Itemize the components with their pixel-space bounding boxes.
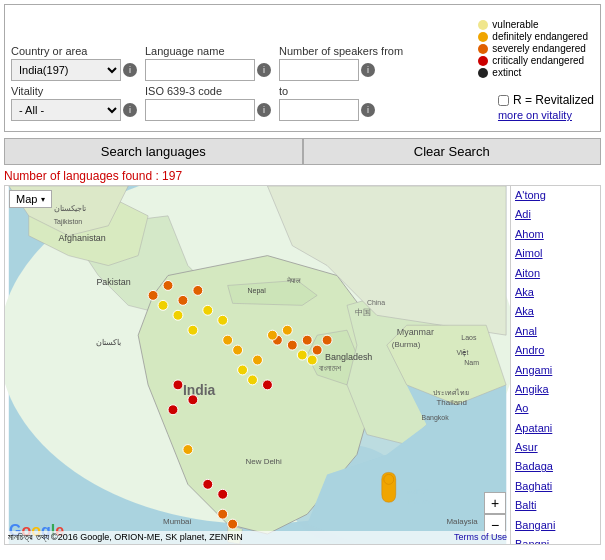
main-content: Afghanistan Pakistan تاجیکستان Tajikisto…: [4, 185, 601, 545]
clear-search-button[interactable]: Clear Search: [303, 138, 602, 165]
map-credit: মানচিত্র তথ্য ©2016 Google, ORION-ME, SK…: [8, 532, 243, 543]
svg-point-75: [238, 365, 248, 375]
legend-label: critically endangered: [492, 55, 584, 66]
iso-input[interactable]: [145, 99, 255, 121]
search-tools-panel: Country or area India(197) i Language na…: [4, 4, 601, 132]
legend-item: severely endangered: [478, 43, 588, 54]
language-list-item[interactable]: Aiton: [511, 264, 600, 283]
svg-point-77: [267, 330, 277, 340]
language-list-item[interactable]: Bangani: [511, 516, 600, 535]
search-languages-button[interactable]: Search languages: [4, 138, 303, 165]
language-list-item[interactable]: Angika: [511, 380, 600, 399]
legend-item: critically endangered: [478, 55, 588, 66]
speakers-to-info-icon[interactable]: i: [361, 103, 375, 117]
svg-text:Gulf of: Gulf of: [407, 488, 428, 495]
language-list-item[interactable]: Andro: [511, 341, 600, 360]
legend-item: vulnerable: [478, 19, 588, 30]
language-list-item[interactable]: Aka: [511, 302, 600, 321]
language-list-item[interactable]: Aimol: [511, 244, 600, 263]
legend-label: definitely endangered: [492, 31, 588, 42]
iso-info-icon[interactable]: i: [257, 103, 271, 117]
speakers-from-group: Number of speakers from i: [279, 45, 403, 81]
country-select[interactable]: India(197): [11, 59, 121, 81]
speakers-to-input[interactable]: [279, 99, 359, 121]
svg-point-52: [218, 489, 228, 499]
svg-point-70: [218, 315, 228, 325]
legend-dot: [478, 32, 488, 42]
svg-point-67: [158, 300, 168, 310]
svg-text:Laos: Laos: [461, 334, 477, 341]
vitality-group: Vitality - All - i: [11, 85, 137, 121]
map-type-label: Map: [16, 193, 37, 205]
svg-point-65: [228, 519, 238, 529]
svg-text:China: China: [367, 299, 385, 306]
language-name-group: Language name i: [145, 45, 271, 81]
legend-dot: [478, 44, 488, 54]
svg-point-73: [307, 355, 317, 365]
svg-point-72: [297, 350, 307, 360]
svg-text:नेपाल: नेपाल: [286, 276, 301, 284]
svg-point-82: [384, 474, 394, 484]
svg-point-50: [168, 405, 178, 415]
language-list-item[interactable]: Anal: [511, 322, 600, 341]
language-name-info-icon[interactable]: i: [257, 63, 271, 77]
search-buttons-row: Search languages Clear Search: [4, 138, 601, 165]
language-list-item[interactable]: Ao: [511, 399, 600, 418]
map-type-arrow-icon: ▾: [41, 195, 45, 204]
language-list: A'tongAdiAhomAimolAitonAkaAkaAnalAndroAn…: [511, 185, 601, 545]
svg-text:New Delhi: New Delhi: [246, 457, 282, 466]
svg-point-51: [203, 479, 213, 489]
zoom-in-button[interactable]: +: [484, 492, 506, 514]
language-list-item[interactable]: Ahom: [511, 225, 600, 244]
language-list-item[interactable]: Angami: [511, 361, 600, 380]
svg-text:Tajikiston: Tajikiston: [54, 218, 83, 226]
svg-text:Thailand: Thailand: [407, 498, 434, 505]
speakers-from-info-icon[interactable]: i: [361, 63, 375, 77]
language-name-label: Language name: [145, 45, 271, 57]
country-info-icon[interactable]: i: [123, 63, 137, 77]
language-list-item[interactable]: Balti: [511, 496, 600, 515]
svg-point-79: [223, 335, 233, 345]
vitality-info-icon[interactable]: i: [123, 103, 137, 117]
language-list-item[interactable]: Badaga: [511, 457, 600, 476]
map-container: Afghanistan Pakistan تاجیکستان Tajikisto…: [4, 185, 511, 545]
vitality-label: Vitality: [11, 85, 137, 97]
language-list-item[interactable]: Apatani: [511, 419, 600, 438]
country-group: Country or area India(197) i: [11, 45, 137, 81]
revitalized-checkbox[interactable]: [498, 95, 509, 106]
svg-point-74: [248, 375, 258, 385]
svg-point-57: [163, 280, 173, 290]
legend-panel: vulnerabledefinitely endangeredseverely …: [472, 17, 594, 81]
svg-text:Việt: Việt: [456, 349, 468, 357]
map-type-button[interactable]: Map ▾: [9, 190, 52, 208]
svg-point-76: [282, 325, 292, 335]
language-list-item[interactable]: Bangni: [511, 535, 600, 545]
svg-text:Nam: Nam: [464, 359, 479, 366]
speakers-from-input[interactable]: [279, 59, 359, 81]
svg-point-66: [218, 509, 228, 519]
svg-text:تاجیکستان: تاجیکستان: [54, 204, 86, 213]
svg-point-71: [188, 325, 198, 335]
language-list-item[interactable]: A'tong: [511, 186, 600, 205]
language-list-item[interactable]: Adi: [511, 205, 600, 224]
svg-point-55: [262, 380, 272, 390]
terms-of-use-link[interactable]: Terms of Use: [454, 532, 507, 543]
svg-text:Bangkok: Bangkok: [422, 414, 450, 422]
language-name-input[interactable]: [145, 59, 255, 81]
svg-text:বাংলাদেশ: বাংলাদেশ: [319, 364, 342, 373]
country-label: Country or area: [11, 45, 137, 57]
results-count: Number of languages found : 197: [4, 169, 601, 183]
svg-text:Afghanistan: Afghanistan: [59, 233, 106, 243]
svg-point-69: [203, 305, 213, 315]
language-list-item[interactable]: Asur: [511, 438, 600, 457]
svg-point-64: [322, 335, 332, 345]
vitality-select[interactable]: - All -: [11, 99, 121, 121]
map-zoom-controls: + −: [484, 492, 506, 536]
more-vitality-link[interactable]: more on vitality: [498, 109, 594, 121]
revitalized-label: R = Revitalized: [513, 93, 594, 107]
language-list-item[interactable]: Aka: [511, 283, 600, 302]
svg-point-78: [253, 355, 263, 365]
language-list-item[interactable]: Baghati: [511, 477, 600, 496]
svg-point-56: [148, 290, 158, 300]
svg-point-62: [302, 335, 312, 345]
